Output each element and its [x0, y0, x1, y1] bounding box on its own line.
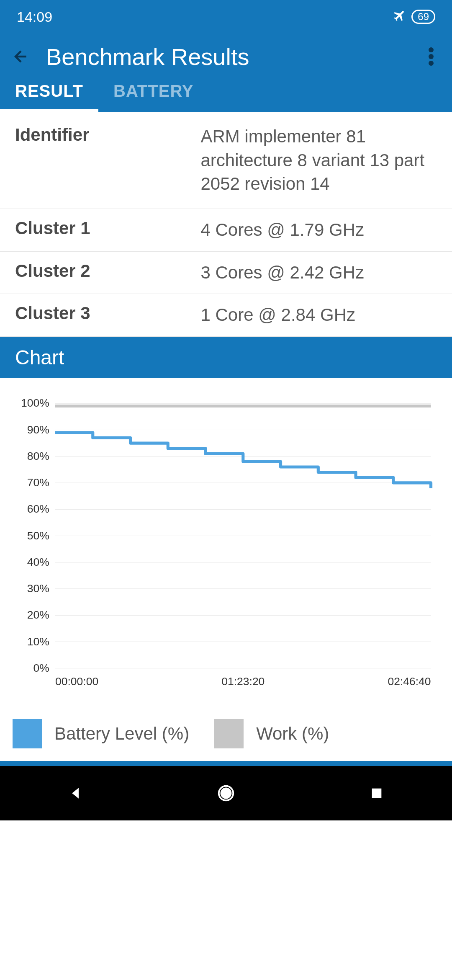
- legend-item-battery: Battery Level (%): [13, 719, 189, 748]
- svg-text:0%: 0%: [33, 662, 49, 674]
- svg-text:80%: 80%: [27, 450, 49, 462]
- app-bar: Benchmark Results: [0, 34, 452, 80]
- back-button[interactable]: [8, 44, 33, 69]
- svg-point-0: [429, 47, 434, 52]
- svg-text:01:23:20: 01:23:20: [221, 676, 265, 688]
- bottom-accent: [0, 761, 452, 766]
- svg-point-29: [221, 788, 231, 798]
- svg-text:40%: 40%: [27, 556, 49, 568]
- legend-item-work: Work (%): [214, 719, 329, 748]
- chart-container: 100%90%80%70%60%50%40%30%20%10%0%00:00:0…: [0, 378, 452, 702]
- row-value: 3 Cores @ 2.42 GHz: [201, 261, 437, 285]
- row-value: 4 Cores @ 1.79 GHz: [201, 218, 437, 242]
- navigation-bar: [0, 766, 452, 820]
- legend-swatch-icon: [13, 719, 42, 748]
- legend-swatch-icon: [214, 719, 244, 748]
- status-bar: 14:09 69: [0, 0, 452, 34]
- row-label: Identifier: [15, 125, 201, 196]
- row-value: 1 Core @ 2.84 GHz: [201, 303, 437, 327]
- airplane-mode-icon: [387, 5, 410, 28]
- tab-result[interactable]: RESULT: [0, 73, 98, 112]
- svg-text:70%: 70%: [27, 476, 49, 489]
- row-label: Cluster 3: [15, 303, 201, 327]
- row-label: Cluster 2: [15, 261, 201, 285]
- battery-work-chart: 100%90%80%70%60%50%40%30%20%10%0%00:00:0…: [13, 399, 439, 690]
- table-row: Identifier ARM implementer 81 architectu…: [0, 112, 452, 209]
- svg-text:90%: 90%: [27, 423, 49, 436]
- nav-home-button[interactable]: [213, 781, 239, 806]
- battery-level-badge: 69: [411, 10, 435, 24]
- svg-text:00:00:00: 00:00:00: [55, 676, 98, 688]
- nav-back-button[interactable]: [63, 781, 88, 806]
- tabs: RESULT BATTERY: [0, 80, 452, 112]
- svg-point-2: [429, 61, 434, 66]
- svg-text:20%: 20%: [27, 609, 49, 621]
- info-table: Identifier ARM implementer 81 architectu…: [0, 112, 452, 337]
- chart-legend: Battery Level (%) Work (%): [0, 702, 452, 761]
- overflow-menu-button[interactable]: [419, 44, 444, 69]
- legend-label: Battery Level (%): [54, 724, 189, 744]
- chart-section-header: Chart: [0, 337, 452, 378]
- legend-label: Work (%): [256, 724, 329, 744]
- table-row: Cluster 2 3 Cores @ 2.42 GHz: [0, 252, 452, 294]
- table-row: Cluster 1 4 Cores @ 1.79 GHz: [0, 209, 452, 252]
- svg-text:60%: 60%: [27, 503, 49, 515]
- svg-text:30%: 30%: [27, 582, 49, 595]
- svg-rect-30: [372, 788, 382, 798]
- status-icons: 69: [391, 8, 435, 26]
- tab-battery[interactable]: BATTERY: [98, 73, 208, 112]
- svg-text:50%: 50%: [27, 529, 49, 542]
- svg-text:10%: 10%: [27, 635, 49, 648]
- table-row: Cluster 3 1 Core @ 2.84 GHz: [0, 294, 452, 337]
- row-value: ARM implementer 81 architecture 8 varian…: [201, 125, 437, 196]
- row-label: Cluster 1: [15, 218, 201, 242]
- svg-text:02:46:40: 02:46:40: [388, 676, 431, 688]
- svg-point-1: [429, 54, 434, 59]
- svg-text:100%: 100%: [21, 399, 49, 409]
- page-title: Benchmark Results: [46, 43, 419, 70]
- nav-recents-button[interactable]: [364, 781, 389, 806]
- status-time: 14:09: [17, 9, 52, 25]
